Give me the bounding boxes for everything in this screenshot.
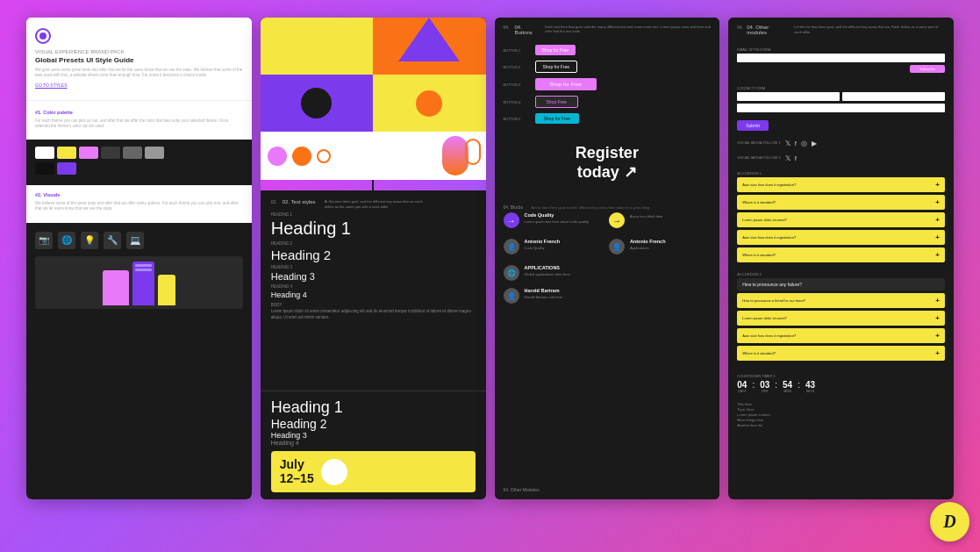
accordion2-item-2[interactable]: Lorem ipsum dolor sit amet? + [737, 311, 945, 326]
accordion-item-4[interactable]: Auto size how does it registration? + [737, 230, 945, 245]
accordion-item-3[interactable]: Lorem ipsum dolor sit amet? + [737, 212, 945, 227]
heading3-label: HEADING 3 [271, 265, 476, 269]
blurb1-icon: → [504, 212, 519, 228]
phone-input[interactable] [737, 104, 945, 112]
shape-yellow [261, 18, 373, 75]
col4-bottom-list: Title here Topic Here Lorem ipsum conten… [728, 398, 954, 431]
swatch-pink [79, 147, 98, 159]
col4-section-header: 04. 04. Other modules Let this be that t… [737, 25, 945, 35]
button-cyan[interactable]: Shop for Free [535, 113, 580, 124]
go-to-styles-link[interactable]: GO TO STYLES [35, 82, 243, 88]
twitter-icon-2[interactable]: 𝕏 [785, 154, 790, 162]
blurb4-content: Antonio French Applications [630, 239, 666, 251]
blurb-1: → Code Quality Lorem ipsum text here abo… [504, 212, 605, 228]
icon-tools: 🔧 [104, 232, 121, 249]
button-pink-shop[interactable]: Shop for Free [535, 45, 576, 55]
accordion2-plus-3: + [935, 332, 940, 340]
accordion2-question: How to pronounce any failure? [737, 278, 945, 290]
shape-grid [261, 18, 486, 132]
text-section-desc: At this time there goal, and the differe… [325, 199, 423, 209]
visuals-header: #2. Visuals We believe some of the great… [26, 185, 252, 223]
icon-lightbulb: 💡 [81, 232, 98, 249]
illustration-dark [35, 256, 243, 309]
submit-button[interactable]: Submit [737, 120, 769, 131]
btn1-label: BUTTON 1 [504, 48, 530, 53]
facebook-icon[interactable]: f [795, 140, 797, 147]
accordion2-text-1: How to pronounce a friend for our team? [742, 298, 805, 303]
list-item-1: Title here [737, 402, 945, 406]
facebook-icon-2[interactable]: f [795, 154, 797, 162]
countdown-days: 04 DAYS [737, 380, 747, 393]
swatch-midgray [123, 147, 142, 159]
blurb1-name: Code Quality [525, 212, 589, 218]
shape-purple [261, 75, 373, 132]
accordion-2-label: ACCORDION 2 [737, 272, 945, 276]
btn3-label: BUTTON 3 [504, 82, 530, 87]
button-outline[interactable]: Shop for Free [535, 61, 578, 73]
heading2-label: HEADING 2 [271, 241, 476, 246]
hours-label: HRS [760, 390, 769, 393]
accordion-item-2[interactable]: Where is it standard? + [737, 195, 945, 210]
preview-col-2: 02. 02. Text styles At this time there g… [261, 18, 486, 499]
blurb6-content: Harold Bartram Harold Bartram info here [525, 288, 563, 300]
twitter-icon[interactable]: 𝕏 [785, 140, 790, 147]
body-label: BODY [271, 303, 476, 307]
list-item-3: Lorem ipsum content [737, 412, 945, 417]
blurb3-avatar: 👤 [504, 239, 519, 254]
heading-3-display: Heading 3 [271, 271, 476, 282]
color-swatches-row2 [35, 162, 243, 175]
logo-inner [39, 32, 46, 39]
list-item-2: Topic Here [737, 407, 945, 412]
subscribe-button[interactable]: Subscribe [910, 65, 945, 73]
button-large-pink[interactable]: Shop for Free [535, 78, 597, 90]
buttons-section-header: 04. 04. Buttons Each text here that goes… [504, 25, 712, 35]
accordion2-item-1[interactable]: How to pronounce a friend for our team? … [737, 293, 945, 308]
list-item-5: Another item list [737, 423, 945, 427]
blurb5-name: APPLICATIONS [525, 265, 570, 270]
accordion2-text-4: Where is it standard? [742, 351, 776, 355]
accordion-item-1[interactable]: Auto size how does it registration? + [737, 177, 945, 192]
email-input[interactable] [737, 54, 945, 62]
blurb-3: 👤 Antonio French Code Quality [504, 239, 605, 254]
accordion2-item-3[interactable]: Auto size how does it registration? + [737, 328, 945, 343]
buttons-section-num: 04. [504, 25, 510, 30]
blurb4-name: Antonio French [630, 239, 666, 244]
btn5-label: BUTTON 5 [504, 117, 530, 121]
button-row-3: BUTTON 3 Shop for Free [495, 75, 720, 93]
brand-pack-label: VISUAL EXPERIENCE BRAND PACK [35, 49, 243, 54]
swatch-yellow [57, 147, 76, 159]
blurb6-name: Harold Bartram [525, 288, 563, 293]
col4-section-num: 04. [737, 25, 743, 30]
swatch-darkgray [101, 147, 120, 159]
blurb6-avatar: 👤 [504, 288, 519, 304]
youtube-icon[interactable]: ▶ [812, 140, 817, 147]
first-name-input[interactable] [737, 92, 840, 101]
instagram-icon[interactable]: ◎ [801, 140, 807, 147]
section-gap [261, 180, 486, 190]
blurb-4: 👤 Antonio French Applications [609, 239, 711, 254]
last-name-input[interactable] [842, 92, 945, 101]
shape-yellow-2 [373, 75, 485, 132]
buttons-label: 04. Buttons [514, 25, 536, 35]
list-item-4: More things here [737, 418, 945, 422]
contact-form: CONTACT FORM Submit [728, 81, 954, 136]
accordion-text-2: Where is it standard? [742, 200, 776, 204]
previews-row: VISUAL EXPERIENCE BRAND PACK Global Pres… [0, 0, 980, 552]
accordion-item-5[interactable]: Where is it standard? + [737, 247, 945, 262]
button-row-5: BUTTON 5 Shop for Free [495, 111, 720, 126]
color-palette-desc: For each theme you can pick an out, and … [35, 118, 243, 130]
email-optin-label: EMAIL OPTIN FORM [737, 47, 945, 52]
buttons-desc: Each text here that goes with the many d… [545, 25, 711, 33]
blurb2-desc: Arrow icon blurb item [630, 214, 663, 219]
body-sample: Lorem ipsum dolor sit amet consectetur a… [271, 309, 476, 321]
accordion-1-label: ACCORDION 1 [737, 171, 945, 176]
visuals-icons-row: 📷 🌐 💡 🔧 💻 [35, 232, 243, 249]
visuals-label: #2. Visuals [35, 192, 243, 197]
accordion-2-section: ACCORDION 2 How to pronounce any failure… [728, 270, 954, 369]
accordion2-item-4[interactable]: Where is it standard? + [737, 346, 945, 361]
divi-logo-button[interactable]: D [930, 502, 969, 541]
button-outline-pink[interactable]: Shop Free [535, 96, 578, 108]
color-swatches-row1 [35, 147, 243, 159]
heading1-label: HEADING 1 [271, 212, 476, 217]
social-media-follow-1: SOCIAL MEDIA FOLLOW 1 𝕏 f ◎ ▶ [728, 136, 954, 151]
